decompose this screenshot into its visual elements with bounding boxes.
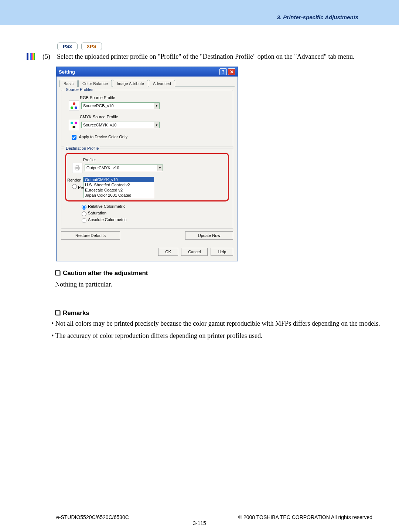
svg-rect-1 [76, 166, 79, 167]
chevron-down-icon: ▼ [154, 122, 159, 128]
footer-model: e-STUDIO5520C/6520C/6530C [56, 514, 129, 520]
step-text: Select the uploaded printer profile on "… [57, 53, 354, 60]
remarks-bullet: • Not all colors may be printed precisel… [51, 319, 391, 329]
restore-defaults-button[interactable]: Restore Defaults [61, 231, 120, 240]
cmyk-source-select[interactable]: SourceCMYK_v10 ▼ [81, 122, 160, 128]
rgb-source-select[interactable]: SourceRGB_v10 ▼ [81, 102, 160, 109]
profile-option[interactable]: U.S. Sheetfed Coated v2 [83, 182, 154, 187]
instruction-step: (5)Select the uploaded printer profile o… [42, 52, 354, 62]
apply-device-color-row: Apply to Device Color Only [70, 134, 229, 141]
relative-colorimetric-radio[interactable] [82, 205, 86, 210]
tab-basic[interactable]: Basic [59, 80, 78, 87]
tag-ps3: PS3 [57, 43, 78, 50]
perceptual-radio-fragment: Per [70, 183, 84, 190]
chevron-down-icon: ▼ [157, 165, 163, 171]
caution-body: Nothing in particular. [55, 279, 351, 289]
setting-dialog: Setting ? ✕ Basic Color Balance Image At… [56, 67, 238, 261]
rgb-icon [69, 101, 79, 111]
tab-strip: Basic Color Balance Image Attribute Adva… [59, 79, 235, 87]
remarks-heading: ❑Remarks [55, 309, 89, 317]
profile-option[interactable]: OutputCMYK_v10 [83, 177, 154, 182]
footer-copyright: © 2008 TOSHIBA TEC CORPORATION All right… [238, 514, 372, 520]
apply-device-color-label: Apply to Device Color Only [79, 135, 127, 139]
rendering-label-fragment: Renderi [67, 178, 82, 182]
svg-rect-2 [76, 169, 79, 170]
rgb-source-label: RGB Source Profile [80, 95, 229, 100]
dialog-title: Setting [59, 69, 75, 75]
cancel-button[interactable]: Cancel [181, 248, 208, 256]
cmyk-icon [69, 120, 79, 130]
chevron-down-icon: ▼ [154, 103, 159, 109]
caution-heading: ❑Caution after the adjustment [55, 269, 148, 277]
tab-image-attribute[interactable]: Image Attribute [113, 80, 148, 87]
profile-option[interactable]: Euroscale Coated v2 [83, 187, 154, 193]
titlebar: Setting ? ✕ [57, 67, 238, 77]
rgb-source-value: SourceRGB_v10 [83, 104, 114, 108]
color-bars-icon [27, 53, 35, 60]
tab-advanced[interactable]: Advanced [149, 80, 175, 87]
profile-label: Profile: [83, 157, 226, 162]
profile-select[interactable]: OutputCMYK_v10 ▼ [85, 165, 163, 171]
destination-profile-legend: Destination Profile [64, 146, 100, 150]
remarks-bullet: • The accuracy of color reproduction dif… [51, 331, 391, 341]
source-profiles-legend: Source Profiles [64, 87, 95, 92]
cmyk-source-label: CMYK Source Profile [80, 115, 229, 119]
absolute-colorimetric-label: Absolute Colorimetric [88, 217, 127, 222]
driver-tags: PS3 XPS [57, 43, 104, 50]
relative-colorimetric-label: Relative Colorimetric [88, 204, 125, 209]
source-profiles-group: Source Profiles RGB Source Profile Sourc… [61, 90, 233, 146]
profile-options-list[interactable]: OutputCMYK_v10 U.S. Sheetfed Coated v2 E… [83, 177, 154, 198]
titlebar-close-button[interactable]: ✕ [228, 68, 235, 75]
help-button[interactable]: Help [211, 248, 233, 256]
tab-color-balance[interactable]: Color Balance [78, 80, 112, 87]
step-number: (5) [42, 53, 50, 60]
remarks-list: • Not all colors may be printed precisel… [51, 319, 391, 341]
profile-option[interactable]: Japan Color 2001 Coated [83, 193, 154, 198]
perceptual-radio[interactable] [72, 184, 77, 189]
footer-page-number: 3-115 [0, 520, 399, 526]
apply-device-color-checkbox[interactable] [72, 135, 76, 140]
printer-icon [72, 163, 82, 173]
profile-select-value: OutputCMYK_v10 [86, 166, 119, 170]
cmyk-source-value: SourceCMYK_v10 [83, 123, 117, 127]
header-title: 3. Printer-specific Adjustments [277, 14, 358, 20]
saturation-radio[interactable] [82, 211, 86, 216]
absolute-colorimetric-radio[interactable] [82, 218, 86, 223]
titlebar-help-button[interactable]: ? [219, 68, 227, 75]
tag-xps: XPS [81, 43, 102, 50]
destination-profile-group: Destination Profile Profile: OutputCMYK_… [61, 149, 233, 228]
ok-button[interactable]: OK [158, 248, 178, 256]
saturation-label: Saturation [88, 211, 106, 215]
update-now-button[interactable]: Update Now [185, 231, 233, 240]
page-header: 3. Printer-specific Adjustments [0, 0, 399, 25]
profile-highlight: Profile: OutputCMYK_v10 ▼ OutputCMYK_v10… [65, 153, 229, 201]
